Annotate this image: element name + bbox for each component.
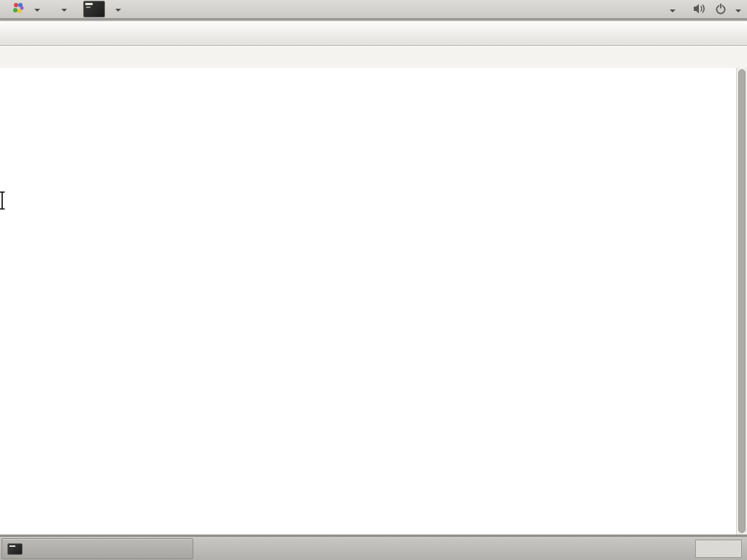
chevron-down-icon: [115, 9, 121, 12]
window-titlebar[interactable]: [0, 21, 747, 46]
window-controls: [668, 21, 738, 46]
panel-left: [0, 0, 129, 19]
terminal-icon: [83, 1, 105, 18]
scrollbar[interactable]: [736, 68, 747, 534]
applications-menu[interactable]: [4, 0, 48, 19]
power-icon[interactable]: [715, 3, 727, 17]
terminal-content[interactable]: [0, 68, 747, 534]
session-chevron-down-icon[interactable]: [735, 9, 741, 12]
chevron-down-icon: [61, 9, 67, 12]
panel-right: [666, 0, 741, 20]
chevron-down-icon: [34, 9, 40, 12]
keyboard-layout-indicator[interactable]: [666, 8, 676, 12]
workspace-switcher[interactable]: [695, 540, 742, 558]
chevron-down-icon: [670, 9, 676, 12]
window-list-item[interactable]: [1, 538, 193, 559]
bottom-panel: [0, 536, 747, 560]
terminal-lines: [0, 68, 747, 69]
terminal-icon: [7, 543, 23, 555]
terminal-menubar: [0, 47, 747, 68]
distributor-logo-icon: [12, 2, 24, 16]
volume-icon[interactable]: [693, 3, 706, 17]
active-application-menu[interactable]: [75, 0, 129, 19]
scrollbar-thumb[interactable]: [738, 69, 746, 533]
top-panel: [0, 0, 747, 20]
places-menu[interactable]: [48, 0, 75, 19]
terminal-window: [0, 21, 747, 536]
